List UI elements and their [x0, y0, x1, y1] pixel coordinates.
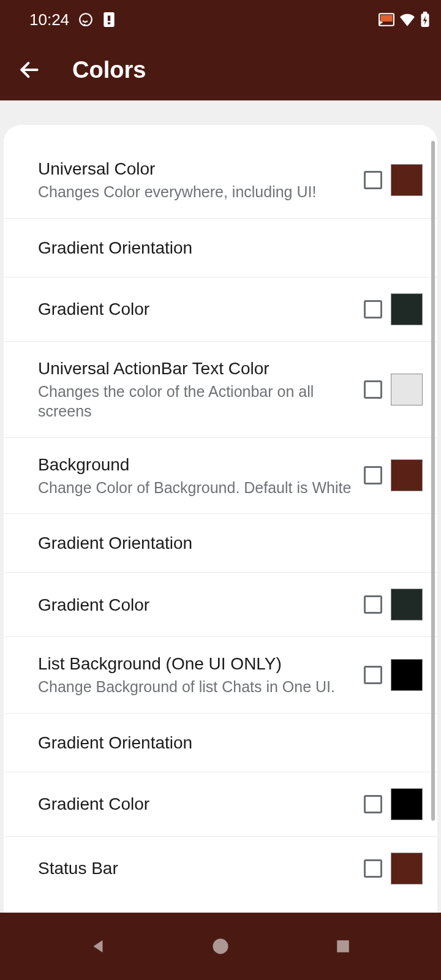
back-button[interactable] — [16, 56, 43, 83]
row-text: Universal ActionBar Text ColorChanges th… — [38, 358, 364, 421]
row-controls — [364, 589, 423, 620]
color-swatch[interactable] — [391, 589, 423, 620]
settings-row[interactable]: List Background (One UI ONLY)Change Back… — [4, 637, 437, 714]
settings-row[interactable]: Gradient Orientation — [4, 219, 437, 277]
settings-row[interactable]: Gradient Color — [4, 772, 437, 837]
color-swatch[interactable] — [391, 293, 423, 325]
svg-rect-5 — [380, 15, 393, 21]
row-controls — [364, 788, 423, 820]
checkbox[interactable] — [364, 795, 382, 813]
row-title: Gradient Color — [38, 298, 354, 320]
content-area: Universal ColorChanges Color everywhere,… — [0, 100, 441, 913]
svg-rect-2 — [108, 16, 110, 21]
row-title: Gradient Orientation — [38, 237, 413, 258]
battery-charging-icon — [420, 12, 430, 28]
color-swatch[interactable] — [391, 374, 423, 405]
row-controls — [364, 659, 423, 691]
row-text: Gradient Orientation — [38, 532, 423, 554]
checkbox[interactable] — [364, 380, 382, 399]
checkbox[interactable] — [364, 300, 382, 318]
row-title: List Background (One UI ONLY) — [38, 653, 354, 674]
row-controls — [364, 164, 423, 196]
settings-row[interactable]: BackgroundChange Color of Background. De… — [4, 438, 437, 514]
settings-list: Universal ColorChanges Color everywhere,… — [4, 125, 437, 913]
settings-row[interactable]: Gradient Orientation — [4, 714, 437, 772]
settings-row[interactable]: Universal ColorChanges Color everywhere,… — [4, 142, 437, 219]
checkbox[interactable] — [364, 466, 382, 484]
row-text: List Background (One UI ONLY)Change Back… — [38, 653, 364, 697]
row-title: Universal Color — [38, 158, 354, 179]
settings-row[interactable]: Gradient Orientation — [4, 514, 437, 573]
settings-card: Universal ColorChanges Color everywhere,… — [4, 125, 437, 913]
checkbox[interactable] — [364, 595, 382, 614]
nav-back-button[interactable] — [85, 933, 111, 960]
nav-recent-button[interactable] — [330, 933, 356, 960]
row-controls — [364, 459, 423, 491]
app-bar: Colors — [0, 39, 441, 100]
row-text: Gradient Color — [38, 298, 364, 320]
wifi-icon — [399, 13, 415, 26]
status-left: 10:24 — [29, 10, 116, 29]
color-swatch[interactable] — [391, 853, 423, 884]
row-text: Gradient Orientation — [38, 237, 423, 258]
color-swatch[interactable] — [391, 788, 423, 820]
row-controls — [364, 374, 423, 405]
checkbox[interactable] — [364, 666, 382, 684]
row-text: Gradient Color — [38, 793, 364, 815]
status-right — [379, 12, 430, 28]
row-title: Universal ActionBar Text Color — [38, 358, 354, 379]
status-bar: 10:24 — [0, 0, 441, 39]
settings-row[interactable]: Gradient Color — [4, 277, 437, 342]
svg-rect-7 — [423, 12, 428, 14]
cast-icon — [379, 13, 394, 26]
row-subtitle: Changes the color of the Actionbar on al… — [38, 382, 354, 421]
row-subtitle: Change Color of Background. Default is W… — [38, 478, 354, 498]
row-text: Gradient Color — [38, 594, 364, 616]
row-title: Status Bar — [38, 858, 354, 879]
row-title: Gradient Orientation — [38, 532, 413, 554]
settings-row[interactable]: Gradient Color — [4, 573, 437, 637]
row-title: Gradient Orientation — [38, 732, 413, 753]
row-controls — [364, 853, 423, 884]
card-alert-icon — [102, 12, 116, 28]
navigation-bar — [0, 913, 441, 980]
row-subtitle: Changes Color everywhere, including UI! — [38, 182, 354, 202]
checkbox[interactable] — [364, 859, 382, 878]
row-subtitle: Change Background of list Chats in One U… — [38, 677, 354, 697]
scrollbar[interactable] — [431, 141, 435, 821]
settings-row[interactable]: Universal ActionBar Text ColorChanges th… — [4, 342, 437, 438]
color-swatch[interactable] — [391, 164, 423, 196]
status-time: 10:24 — [29, 10, 69, 29]
row-text: BackgroundChange Color of Background. De… — [38, 454, 364, 498]
svg-rect-10 — [337, 940, 349, 952]
row-controls — [364, 293, 423, 325]
page-title: Colors — [72, 57, 146, 83]
nav-home-button[interactable] — [207, 933, 234, 960]
svg-point-0 — [80, 13, 92, 26]
svg-point-9 — [213, 939, 228, 954]
svg-rect-3 — [108, 22, 110, 24]
color-swatch[interactable] — [391, 659, 423, 691]
row-text: Gradient Orientation — [38, 732, 423, 753]
row-title: Gradient Color — [38, 793, 354, 815]
checkbox[interactable] — [364, 171, 382, 189]
row-title: Gradient Color — [38, 594, 354, 616]
row-text: Universal ColorChanges Color everywhere,… — [38, 158, 364, 202]
settings-row[interactable]: Status Bar — [4, 837, 437, 900]
row-text: Status Bar — [38, 858, 364, 879]
whatsapp-icon — [78, 12, 94, 28]
row-title: Background — [38, 454, 354, 475]
color-swatch[interactable] — [391, 459, 423, 491]
